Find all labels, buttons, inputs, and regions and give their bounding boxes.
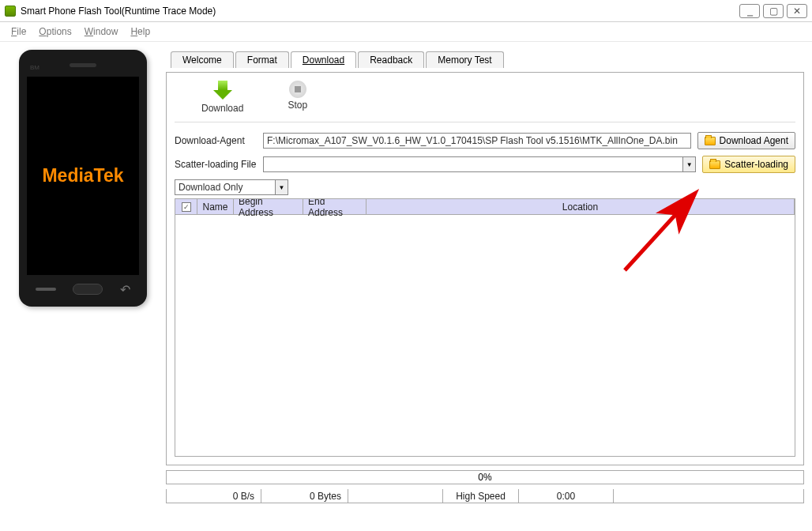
col-checkbox[interactable]: ✓ — [175, 199, 197, 214]
col-location[interactable]: Location — [367, 199, 795, 214]
stop-action[interactable]: Stop — [288, 81, 307, 114]
download-arrow-icon — [213, 81, 232, 101]
menu-options[interactable]: Options — [34, 24, 76, 39]
download-mode-select[interactable]: ▼ — [175, 179, 288, 195]
tab-welcome[interactable]: Welcome — [171, 51, 234, 68]
app-icon — [5, 6, 16, 17]
table-header: ✓ Name Begin Address End Address Locatio… — [175, 199, 795, 215]
tab-format[interactable]: Format — [235, 51, 289, 68]
status-time: 0:00 — [519, 489, 614, 503]
status-bar: 0 B/s 0 Bytes High Speed 0:00 — [166, 489, 804, 503]
phone-bm-label: BM — [30, 64, 39, 71]
folder-icon — [709, 160, 720, 169]
phone-speaker-icon — [70, 63, 96, 67]
col-begin-address[interactable]: Begin Address — [234, 199, 303, 214]
phone-brand-label: MediaTek — [42, 165, 123, 186]
status-usb: High Speed — [443, 489, 519, 503]
scatter-loading-button-label: Scatter-loading — [724, 159, 788, 170]
menu-bar: File Options Window Help — [0, 22, 812, 41]
status-blank2 — [614, 489, 803, 503]
chevron-down-icon[interactable]: ▼ — [275, 180, 288, 194]
menu-window[interactable]: Window — [80, 24, 123, 39]
col-name[interactable]: Name — [197, 199, 234, 214]
minimize-button[interactable]: ⎯ — [739, 4, 760, 18]
phone-menu-icon — [36, 288, 56, 291]
close-button[interactable]: ✕ — [787, 4, 807, 18]
folder-icon — [705, 137, 716, 145]
scatter-file-dropdown-icon[interactable]: ▼ — [682, 157, 695, 171]
phone-home-icon — [73, 284, 103, 295]
download-action-label: Download — [201, 103, 243, 114]
tab-content-download: Download Stop Download-Agent Download Ag… — [166, 72, 804, 465]
maximize-button[interactable]: ▢ — [763, 4, 784, 18]
scatter-loading-button[interactable]: Scatter-loading — [702, 156, 795, 173]
phone-preview-panel: BM MediaTek ↶ — [8, 50, 158, 503]
download-agent-button[interactable]: Download Agent — [697, 132, 795, 149]
tab-readback[interactable]: Readback — [358, 51, 424, 68]
status-blank1 — [348, 489, 443, 503]
download-action[interactable]: Download — [201, 81, 243, 114]
menu-help[interactable]: Help — [126, 24, 155, 39]
title-bar: Smart Phone Flash Tool(Runtime Trace Mod… — [0, 0, 812, 22]
partition-table: ✓ Name Begin Address End Address Locatio… — [175, 198, 795, 457]
status-speed: 0 B/s — [167, 489, 261, 503]
menu-file[interactable]: File — [6, 24, 31, 39]
download-agent-label: Download-Agent — [175, 135, 257, 146]
scatter-file-input[interactable] — [263, 156, 696, 172]
phone-screen: MediaTek — [27, 77, 139, 275]
tab-memory-test[interactable]: Memory Test — [426, 51, 503, 68]
stop-action-label: Stop — [288, 100, 307, 111]
stop-icon — [289, 81, 306, 98]
download-agent-input[interactable] — [263, 133, 691, 149]
progress-bar: 0% — [166, 470, 804, 484]
download-mode-value[interactable] — [175, 179, 288, 195]
phone-back-icon: ↶ — [120, 282, 130, 297]
tab-download[interactable]: Download — [291, 51, 356, 68]
progress-text: 0% — [478, 472, 491, 483]
status-bytes: 0 Bytes — [261, 489, 348, 503]
col-end-address[interactable]: End Address — [303, 199, 367, 214]
scatter-file-label: Scatter-loading File — [175, 159, 257, 170]
select-all-checkbox[interactable]: ✓ — [182, 202, 191, 212]
window-title: Smart Phone Flash Tool(Runtime Trace Mod… — [21, 6, 739, 17]
phone-graphic: BM MediaTek ↶ — [19, 50, 147, 307]
tab-strip: Welcome Format Download Readback Memory … — [166, 50, 804, 67]
download-agent-button-label: Download Agent — [720, 135, 788, 146]
